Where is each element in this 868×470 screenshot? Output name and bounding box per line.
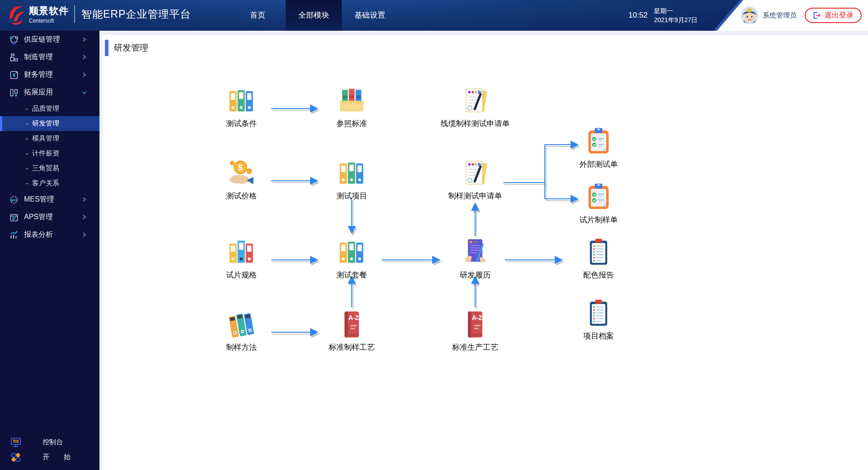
sidebar-subitem-label: 三角贸易 bbox=[32, 164, 59, 173]
logo-divider bbox=[74, 5, 75, 23]
flow-node-label: 制样测试申请单 bbox=[437, 191, 514, 201]
sidebar-item-finance[interactable]: ¥ 财务管理 bbox=[0, 66, 99, 84]
flow-node-test-price[interactable]: 测试价格 bbox=[203, 158, 280, 201]
flow-node-label: 研发履历 bbox=[437, 270, 514, 280]
brand-logo: 顺景软件 Centersoft 智能ERP企业管理平台 bbox=[6, 3, 191, 25]
sidebar-item-supply-chain[interactable]: 供应链管理 bbox=[0, 31, 99, 48]
flow-node-reference-standard[interactable]: 参照标准 bbox=[313, 85, 390, 129]
sidebar-subitem-triangle-trade[interactable]: 三角贸易 bbox=[0, 161, 99, 176]
document-pen-icon bbox=[460, 85, 491, 116]
flow-node-specimen-spec[interactable]: 试片规格 bbox=[203, 237, 280, 280]
flow-node-label: 测试项目 bbox=[313, 191, 390, 201]
dictionary-book-icon bbox=[460, 309, 491, 340]
sidebar-subitem-piecework[interactable]: 计件薪资 bbox=[0, 146, 99, 161]
chevron-right-icon bbox=[82, 215, 87, 220]
sidebar-subitem-label: 模具管理 bbox=[32, 134, 59, 143]
sidebar-subitem-rd[interactable]: 研发管理 bbox=[0, 116, 99, 131]
clipboard-orange-icon bbox=[583, 182, 614, 212]
sidebar-subitem-crm[interactable]: 客户关系 bbox=[0, 176, 99, 191]
tab-basic-settings[interactable]: 基础设置 bbox=[342, 0, 398, 31]
sidebar-subitem-label: 客户关系 bbox=[32, 179, 59, 188]
logout-icon bbox=[813, 12, 821, 19]
sidebar-item-label: 拓展应用 bbox=[24, 88, 53, 97]
brand-subtitle: Centersoft bbox=[29, 18, 69, 24]
sidebar-subitem-label: 研发管理 bbox=[32, 119, 59, 128]
sidebar-item-label: 供应链管理 bbox=[24, 35, 60, 44]
sidebar-subitem-quality[interactable]: 品质管理 bbox=[0, 101, 99, 116]
tab-home[interactable]: 首页 bbox=[230, 0, 286, 31]
rd-management-panel: 研发管理 bbox=[103, 35, 868, 470]
console-label: 控制台 bbox=[42, 438, 63, 446]
flow-node-project-archive[interactable]: 项目档案 bbox=[560, 298, 637, 341]
sidebar-subitem-label: 品质管理 bbox=[32, 104, 59, 113]
flow-node-label: 项目档案 bbox=[560, 331, 637, 341]
flow-node-standard-sample-process[interactable]: 标准制样工艺 bbox=[313, 309, 390, 352]
clock-date: 2021年9月27日 bbox=[654, 15, 698, 24]
flow-node-label: 测试价格 bbox=[203, 191, 280, 201]
main-content: 研发管理 bbox=[99, 31, 868, 470]
sidebar-item-label: 报表分析 bbox=[24, 230, 53, 240]
title-accent-bar bbox=[105, 40, 108, 56]
page-title: 研发管理 bbox=[114, 42, 148, 54]
sidebar-item-label: 财务管理 bbox=[24, 70, 53, 80]
binders-tilted-icon bbox=[226, 309, 257, 340]
sidebar-item-label: 制造管理 bbox=[24, 52, 53, 62]
sidebar-item-aps[interactable]: APS管理 bbox=[0, 208, 99, 226]
clock: 10:52 星期一 2021年9月27日 bbox=[628, 0, 698, 31]
flow-node-label: 试片规格 bbox=[203, 270, 280, 280]
sidebar-item-mes[interactable]: MES MES管理 bbox=[0, 191, 99, 208]
flow-node-color-report[interactable]: 配色报告 bbox=[560, 237, 637, 280]
flow-node-test-conditions[interactable]: 测试条件 bbox=[203, 85, 280, 129]
clock-time: 10:52 bbox=[628, 11, 648, 20]
mes-icon: MES bbox=[9, 195, 19, 205]
sidebar-subitem-mold[interactable]: 模具管理 bbox=[0, 131, 99, 146]
flow-node-external-test-order[interactable]: 外部测试单 bbox=[560, 126, 637, 169]
avatar-image bbox=[741, 7, 758, 24]
console-icon bbox=[10, 437, 22, 448]
logout-button[interactable]: 退出登录 bbox=[805, 8, 862, 23]
svg-text:¥: ¥ bbox=[13, 72, 16, 78]
chevron-right-icon bbox=[82, 232, 87, 237]
flow-node-rd-history[interactable]: 研发履历 bbox=[437, 237, 514, 280]
tab-all-modules[interactable]: 全部模块 bbox=[286, 0, 342, 31]
binders-icon bbox=[226, 85, 257, 116]
flow-node-label: 测试套餐 bbox=[313, 270, 390, 280]
logout-label: 退出登录 bbox=[825, 11, 854, 20]
folders-icon bbox=[336, 85, 367, 116]
top-nav: 首页 全部模块 基础设置 bbox=[230, 0, 398, 31]
flow-node-label: 制样方法 bbox=[203, 342, 280, 352]
avatar[interactable] bbox=[741, 7, 758, 24]
sidebar-item-expansion[interactable]: 拓展应用 bbox=[0, 84, 99, 101]
report-icon bbox=[9, 230, 19, 240]
flow-node-sample-test-request[interactable]: 制样测试申请单 bbox=[437, 158, 514, 201]
centersoft-swoosh-icon bbox=[6, 3, 26, 25]
flow-node-test-items[interactable]: 测试项目 bbox=[313, 158, 390, 201]
flow-node-label: 线缆制样测试申请单 bbox=[437, 118, 514, 129]
flow-node-cable-sample-test-request[interactable]: 线缆制样测试申请单 bbox=[437, 85, 514, 129]
sidebar-item-label: APS管理 bbox=[24, 212, 53, 222]
binders-icon bbox=[336, 158, 367, 188]
chevron-right-icon bbox=[82, 55, 87, 60]
user-name: 系统管理员 bbox=[763, 11, 797, 20]
clock-weekday: 星期一 bbox=[654, 6, 698, 15]
purple-document-icon bbox=[460, 237, 491, 268]
flow-node-standard-production-process[interactable]: 标准生产工艺 bbox=[437, 309, 514, 352]
chevron-right-icon bbox=[82, 197, 87, 202]
binders-icon bbox=[226, 237, 257, 268]
coin-hand-icon bbox=[226, 158, 257, 188]
start-button[interactable]: 开 始 bbox=[0, 450, 99, 465]
flow-node-sample-method[interactable]: 制样方法 bbox=[203, 309, 280, 352]
finance-icon: ¥ bbox=[9, 70, 19, 80]
flow-node-label: 测试条件 bbox=[203, 118, 280, 129]
aps-icon bbox=[9, 212, 19, 222]
flow-node-test-package[interactable]: 测试套餐 bbox=[313, 237, 390, 280]
sidebar-item-manufacturing[interactable]: 制造管理 bbox=[0, 48, 99, 66]
supply-chain-icon bbox=[9, 35, 19, 45]
clipboard-blue-icon bbox=[583, 298, 614, 329]
brand-name: 顺景软件 bbox=[29, 5, 69, 17]
dictionary-book-icon bbox=[336, 309, 367, 340]
flow-node-specimen-sample-order[interactable]: 试片制样单 bbox=[560, 182, 637, 225]
manufacturing-icon bbox=[9, 52, 19, 62]
sidebar-item-reports[interactable]: 报表分析 bbox=[0, 226, 99, 244]
console-button[interactable]: 控制台 bbox=[0, 435, 99, 450]
